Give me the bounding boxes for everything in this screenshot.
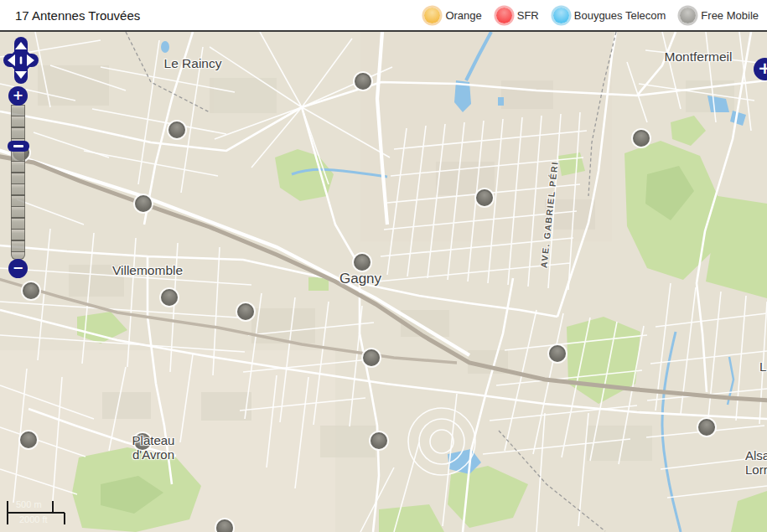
antenna-marker[interactable] [354,254,371,271]
map-canvas[interactable] [0,32,767,532]
legend-operator-dot-icon [680,8,696,23]
antenna-marker[interactable] [698,419,715,436]
zoom-slider-track[interactable] [11,105,25,260]
legend-item-bouygues-telecom: Bouygues Telecom [553,8,666,23]
pan-center-icon[interactable] [20,57,23,65]
antenna-marker[interactable] [216,519,233,532]
legend-operator-label: Free Mobile [701,9,759,22]
zoom-out-button[interactable]: − [8,259,28,278]
page-title: 17 Antennes Trouvées [15,8,140,23]
antenna-marker[interactable] [161,289,178,306]
antenna-marker[interactable] [237,303,254,320]
antenna-marker[interactable] [633,130,650,147]
legend-item-orange: Orange [424,8,481,23]
legend-operator-dot-icon [553,8,569,23]
legend-item-sfr: SFR [496,8,539,23]
zoom-slider-handle[interactable] [8,141,29,152]
antenna-marker[interactable] [168,121,185,138]
zoom-in-button[interactable]: + [8,86,28,106]
antenna-marker[interactable] [355,73,371,90]
pan-control[interactable] [3,37,39,84]
antenna-marker[interactable] [371,432,387,449]
legend-operator-label: Orange [445,9,481,22]
antenna-marker[interactable] [363,349,380,366]
legend-item-free-mobile: Free Mobile [680,8,759,23]
legend: OrangeSFRBouygues TelecomFree Mobile [424,8,759,23]
legend-operator-label: Bouygues Telecom [574,9,666,22]
antenna-marker[interactable] [135,195,152,212]
antenna-marker[interactable] [476,189,493,206]
legend-operator-dot-icon [424,8,440,23]
antenna-marker[interactable] [549,345,566,362]
legend-operator-label: SFR [517,9,539,22]
map[interactable]: Le RaincyMontfermeilVillemombleGagnyPlat… [0,32,767,532]
antenna-marker[interactable] [134,433,151,450]
header: 17 Antennes Trouvées OrangeSFRBouygues T… [0,0,767,32]
antenna-marker[interactable] [23,282,39,299]
antenna-marker[interactable] [20,431,37,448]
legend-operator-dot-icon [496,8,512,23]
